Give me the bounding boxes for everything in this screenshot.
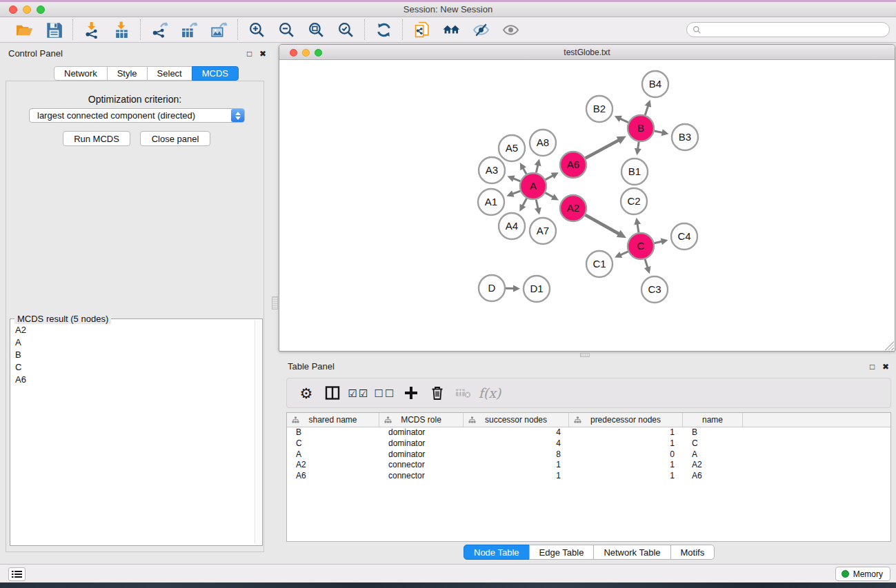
table-row[interactable]: Bdominator41B xyxy=(287,427,890,438)
table-cell[interactable]: B xyxy=(287,427,379,438)
graph-edge-B-B4[interactable] xyxy=(645,100,652,115)
table-settings-icon[interactable]: ⚙ xyxy=(293,381,319,405)
neighborhood-icon[interactable] xyxy=(441,20,461,39)
graph-node-C[interactable]: C xyxy=(628,233,654,259)
zoom-out-icon[interactable] xyxy=(277,20,296,39)
graph-edge-A2-C[interactable] xyxy=(585,215,626,238)
graph-node-B[interactable]: B xyxy=(628,115,654,141)
hide-columns-icon[interactable]: ☐☐ xyxy=(372,381,398,405)
table-cell[interactable]: A xyxy=(683,449,743,460)
table-cell[interactable]: 1 xyxy=(464,460,569,471)
delete-column-icon[interactable] xyxy=(424,381,450,405)
table-cell[interactable]: 1 xyxy=(464,471,569,482)
table-row[interactable]: Cdominator41C xyxy=(287,438,890,449)
column-header-predecessor-nodes[interactable]: predecessor nodes xyxy=(569,413,683,427)
graph-edge-D-D1[interactable] xyxy=(506,285,520,292)
import-table-icon[interactable] xyxy=(112,20,131,39)
memory-button[interactable]: Memory xyxy=(835,567,890,581)
graph-node-A6[interactable]: A6 xyxy=(560,152,586,178)
tab-network-table[interactable]: Network Table xyxy=(593,545,670,560)
tab-motifs[interactable]: Motifs xyxy=(670,545,715,560)
graph-node-A4[interactable]: A4 xyxy=(499,213,525,239)
graph-node-A5[interactable]: A5 xyxy=(499,135,525,161)
refresh-view-icon[interactable] xyxy=(374,20,393,39)
mcds-result-item[interactable]: C xyxy=(12,361,254,374)
graph-edge-C-C2[interactable] xyxy=(634,218,641,233)
table-cell[interactable]: dominator xyxy=(379,427,464,438)
graph-node-A2[interactable]: A2 xyxy=(560,195,586,221)
tab-edge-table[interactable]: Edge Table xyxy=(529,545,595,560)
table-cell[interactable]: A6 xyxy=(683,471,743,482)
network-graph-canvas[interactable]: B4B2BB3A5A8A6B1A3AC2A1A2A4A7C4CC1C3DD1 xyxy=(280,61,894,350)
table-row[interactable]: A2connector11A2 xyxy=(287,460,890,471)
graph-edge-A-A3[interactable] xyxy=(507,176,520,182)
export-table-icon[interactable] xyxy=(179,20,199,39)
tab-network[interactable]: Network xyxy=(54,66,108,81)
graph-edge-C-C3[interactable] xyxy=(644,259,651,274)
mcds-result-item[interactable]: B xyxy=(12,348,254,361)
tab-style[interactable]: Style xyxy=(107,66,148,81)
import-network-icon[interactable] xyxy=(82,20,101,39)
graph-edge-B-B3[interactable] xyxy=(655,129,669,136)
graph-edge-A-A4[interactable] xyxy=(519,199,526,212)
graph-edge-A-A1[interactable] xyxy=(506,190,520,196)
control-panel-close-icon[interactable]: ✖ xyxy=(259,49,266,59)
graph-node-A1[interactable]: A1 xyxy=(478,189,504,215)
graph-edge-B-B2[interactable] xyxy=(615,116,628,123)
table-row[interactable]: A6connector11A6 xyxy=(287,471,890,482)
mcds-result-item[interactable]: A xyxy=(12,336,254,348)
table-cell[interactable]: 8 xyxy=(464,449,569,460)
graph-edge-A-A5[interactable] xyxy=(520,163,526,174)
show-columns-icon[interactable]: ☑☑ xyxy=(346,381,372,405)
table-row[interactable]: Adominator80A xyxy=(287,449,890,460)
graph-edge-A6-B[interactable] xyxy=(586,136,626,158)
network-window-titlebar[interactable]: testGlobe.txt xyxy=(279,45,895,60)
column-header-mcds-role[interactable]: MCDS role xyxy=(379,413,464,427)
table-cell[interactable]: dominator xyxy=(379,438,464,449)
table-cell[interactable]: 1 xyxy=(569,471,683,482)
zoom-fit-icon[interactable] xyxy=(306,20,326,39)
column-header-shared-name[interactable]: shared name xyxy=(287,413,379,427)
zoom-in-icon[interactable] xyxy=(247,20,266,39)
clone-network-icon[interactable] xyxy=(412,20,431,39)
graph-node-B4[interactable]: B4 xyxy=(642,71,668,97)
mcds-result-item[interactable]: A6 xyxy=(12,374,254,386)
table-cell[interactable]: 1 xyxy=(569,427,683,438)
show-graphics-details-icon[interactable] xyxy=(501,20,520,39)
graph-node-A8[interactable]: A8 xyxy=(530,130,556,156)
table-cell[interactable]: 4 xyxy=(464,438,569,449)
table-cell[interactable]: A xyxy=(287,449,379,460)
optimization-criterion-select[interactable]: largest connected component (directed) xyxy=(29,108,245,123)
table-cell[interactable]: connector xyxy=(379,471,464,482)
table-panel-close-icon[interactable]: ✖ xyxy=(882,362,889,372)
graph-node-B1[interactable]: B1 xyxy=(621,159,648,185)
open-session-icon[interactable] xyxy=(14,20,34,39)
search-input[interactable] xyxy=(705,25,884,34)
result-list-scrollbar[interactable] xyxy=(255,321,261,544)
graph-edge-C-C4[interactable] xyxy=(655,238,668,245)
tab-select[interactable]: Select xyxy=(147,66,192,81)
graph-node-D1[interactable]: D1 xyxy=(524,276,550,302)
panel-divider-grip-vertical[interactable] xyxy=(272,296,278,310)
table-cell[interactable]: 4 xyxy=(464,427,569,438)
graph-node-C3[interactable]: C3 xyxy=(641,276,668,303)
graph-edge-B-B1[interactable] xyxy=(635,142,641,155)
table-cell[interactable]: A6 xyxy=(287,471,379,482)
add-column-icon[interactable] xyxy=(398,381,424,405)
mcds-result-item[interactable]: A2 xyxy=(12,323,254,336)
table-cell[interactable]: A2 xyxy=(683,460,743,471)
panel-divider-grip-horizontal[interactable] xyxy=(580,353,590,357)
split-panel-icon[interactable] xyxy=(319,381,346,405)
zoom-selected-icon[interactable] xyxy=(336,20,355,39)
task-history-button[interactable] xyxy=(8,567,26,581)
graph-node-B2[interactable]: B2 xyxy=(586,96,613,122)
column-header-successor-nodes[interactable]: successor nodes xyxy=(464,413,569,427)
tab-node-table[interactable]: Node Table xyxy=(464,545,530,560)
graph-edge-A-A8[interactable] xyxy=(535,159,541,172)
graph-node-C1[interactable]: C1 xyxy=(586,251,613,277)
table-panel-float-icon[interactable]: □ xyxy=(870,362,875,372)
graph-node-A7[interactable]: A7 xyxy=(530,218,556,244)
graph-edge-A-A7[interactable] xyxy=(535,200,541,215)
window-resize-grip[interactable] xyxy=(885,341,894,350)
table-cell[interactable]: 1 xyxy=(569,460,683,471)
